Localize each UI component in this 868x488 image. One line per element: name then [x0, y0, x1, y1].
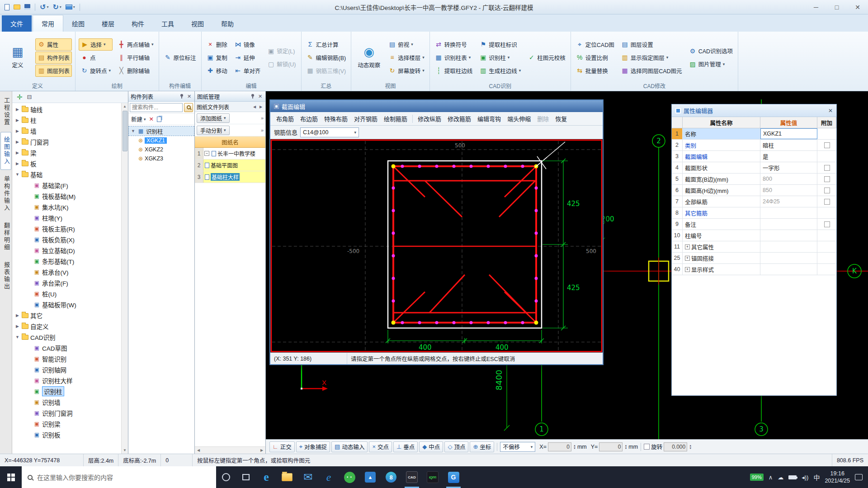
ribbon-button-旋转点[interactable]: ↻旋转点▾ — [79, 65, 113, 77]
tree-arrow-icon[interactable]: ▶ — [15, 140, 20, 144]
ribbon-button-镜像[interactable]: ⋈镜像 — [232, 38, 263, 51]
scroll-up-icon[interactable]: ▲ — [123, 103, 127, 110]
tree-item[interactable]: ▶轴线 — [13, 104, 121, 115]
tree-item[interactable]: ▣识别柱大样 — [13, 375, 121, 386]
ribbon-button-删除辅轴[interactable]: ╳删除辅轴 — [116, 65, 156, 77]
taskbar-app-iqiyi-icon[interactable]: iQIYI — [422, 466, 443, 488]
ribbon-button-钢筋三维(V)[interactable]: ▦钢筋三维(V) — [305, 65, 348, 77]
component-search-input[interactable] — [130, 103, 183, 112]
share-button[interactable]: ▾ — [65, 2, 76, 13]
taskbar-app-explorer-icon[interactable] — [277, 466, 297, 488]
tree-arrow-icon[interactable]: ▶ — [15, 107, 20, 112]
dialog-button-恢复[interactable]: 恢复 — [552, 113, 570, 124]
tree-item[interactable]: ▶梁 — [13, 147, 121, 158]
ribbon-button-识别柱表[interactable]: ▦识别柱表▾ — [433, 52, 475, 64]
tree-arrow-icon[interactable]: ▶ — [15, 118, 20, 122]
property-row[interactable]: 2类别暗柱 — [672, 140, 836, 151]
property-row[interactable]: 5截面宽(B边)(mm)800 — [672, 174, 836, 185]
tree-item[interactable]: ▣桩(U) — [13, 288, 121, 299]
tree-item[interactable]: ▣条形基础(T) — [13, 256, 121, 267]
property-value[interactable] — [760, 230, 817, 241]
ribbon-button-构件列表[interactable]: ▤构件列表 — [35, 52, 72, 64]
property-row[interactable]: 9备注 — [672, 219, 836, 230]
rotate-checkbox[interactable] — [644, 444, 650, 450]
sheet-file-tab[interactable]: 图纸文件列表 ◀ ▶ — [195, 102, 265, 112]
property-value[interactable] — [760, 241, 817, 252]
ribbon-button-选择[interactable]: ▶选择▾ — [79, 38, 113, 51]
start-button[interactable] — [0, 466, 22, 488]
save-button[interactable] — [24, 2, 31, 13]
overflow-chevron-icon[interactable]: » — [261, 115, 264, 121]
tree-item[interactable]: ▣独立基础(D) — [13, 245, 121, 256]
property-value[interactable] — [760, 253, 817, 263]
checkbox[interactable] — [824, 188, 830, 193]
ribbon-button-转换符号[interactable]: ⇄转换符号 — [433, 38, 475, 51]
tree-item[interactable]: ▣筏板主筋(R) — [13, 223, 121, 234]
dialog-button-编辑弯钩[interactable]: 编辑弯钩 — [474, 113, 504, 124]
checkbox[interactable] — [824, 176, 830, 182]
property-value[interactable]: XGKZ1 — [760, 128, 817, 139]
tree-item[interactable]: ▣识别门窗洞 — [13, 408, 121, 418]
tree-item[interactable]: ▶自定义 — [13, 321, 121, 332]
dialog-button-绘制箍筋[interactable]: 绘制箍筋 — [381, 113, 410, 124]
ribbon-button-屏幕旋转[interactable]: ↻屏幕旋转▾ — [387, 65, 426, 77]
expand-icon[interactable]: + — [685, 244, 690, 249]
scroll-down-icon[interactable]: ▼ — [123, 447, 127, 454]
mode-tab-翻样明细[interactable]: 翻样明细 — [0, 218, 11, 256]
ribbon-button-设置比例[interactable]: %设置比例 — [574, 52, 616, 64]
checkbox[interactable] — [824, 142, 830, 148]
redo-button[interactable]: ▾ — [52, 2, 62, 13]
taskbar-app-glodon-icon[interactable] — [443, 466, 464, 488]
delete-component-icon[interactable]: ✕ — [149, 116, 154, 122]
tree-item[interactable]: ▶柱 — [13, 115, 121, 126]
ribbon-button-批量替换[interactable]: ⇆批量替换 — [574, 65, 616, 77]
component-item[interactable]: ⊛XGKZ1 — [128, 136, 194, 145]
tree-item[interactable]: ▶其它 — [13, 310, 121, 321]
tree-arrow-icon[interactable]: ▼ — [131, 129, 136, 133]
sheet-row[interactable]: 3基础柱大样 — [195, 171, 265, 183]
tab-构件[interactable]: 构件 — [123, 15, 153, 32]
tab-楼层[interactable]: 楼层 — [93, 15, 123, 32]
snap-toggle-顶点[interactable]: ◇顶点 — [444, 441, 468, 452]
pin-icon[interactable] — [250, 94, 255, 99]
minimize-button[interactable]: ─ — [806, 0, 826, 14]
component-item[interactable]: ⊛XGKZ3 — [128, 154, 194, 163]
rotate-input[interactable]: 0.000 — [664, 442, 687, 451]
tree-item[interactable]: ▣识别梁 — [13, 418, 121, 429]
volume-icon[interactable]: ◂)) — [802, 474, 808, 481]
ribbon-button-识别柱[interactable]: ▣识别柱▾ — [477, 52, 523, 64]
offset-mode-select[interactable]: 不偏移 ▾ — [500, 442, 535, 452]
tree-arrow-icon[interactable]: ▶ — [15, 150, 20, 155]
ribbon-button-CAD识别选项[interactable]: ⚙CAD识别选项 — [687, 45, 735, 57]
ribbon-button-选择楼层[interactable]: ≡选择楼层▾ — [387, 52, 426, 64]
ribbon-button-定义[interactable]: ▦定义 — [3, 44, 32, 71]
property-editor-titlebar[interactable]: 属性编辑器 ✕ — [672, 104, 836, 117]
property-row[interactable]: 25+锚固搭接 — [672, 253, 836, 264]
pin-icon[interactable] — [179, 94, 184, 99]
checkbox[interactable] — [824, 199, 830, 205]
property-row[interactable]: 8其它箍筋 — [672, 207, 836, 219]
dialog-button-布边筋[interactable]: 布边筋 — [297, 113, 321, 124]
ribbon-button-复制[interactable]: ▣复制 — [205, 52, 229, 64]
open-file-button[interactable] — [13, 2, 21, 13]
y-offset-input[interactable]: 0 — [599, 442, 623, 451]
section-canvas[interactable]: 500 -500 500 — [270, 139, 603, 352]
ribbon-button-删除[interactable]: ×删除 — [205, 38, 229, 51]
property-value[interactable] — [760, 264, 817, 275]
checkbox[interactable] — [824, 165, 830, 171]
tree-arrow-icon[interactable]: ▶ — [15, 324, 20, 328]
add-sheet-button[interactable]: 添加图纸 ▾ — [197, 113, 230, 123]
ribbon-button-图片管理[interactable]: ▨图片管理▾ — [687, 58, 735, 70]
rotate-spinner[interactable]: ▲▼ — [689, 444, 692, 450]
new-component-button[interactable]: 新建 ▾ — [131, 115, 146, 123]
component-item[interactable]: ⊛XGKZ2 — [128, 145, 194, 154]
tab-绘图[interactable]: 绘图 — [63, 15, 93, 32]
tree-arrow-icon[interactable]: ▼ — [15, 335, 20, 339]
ribbon-button-移动[interactable]: ✚移动 — [205, 65, 229, 77]
mode-tab-绘图输入[interactable]: 绘图输入 — [0, 132, 11, 170]
sheet-horizontal-scrollbar[interactable]: ◀ ▶ — [195, 446, 265, 454]
property-row[interactable]: 10柱编号 — [672, 230, 836, 241]
property-value[interactable] — [760, 219, 817, 230]
overflow-chevron-icon[interactable]: » — [261, 127, 264, 133]
tree-item[interactable]: ▼基础 — [13, 169, 121, 180]
